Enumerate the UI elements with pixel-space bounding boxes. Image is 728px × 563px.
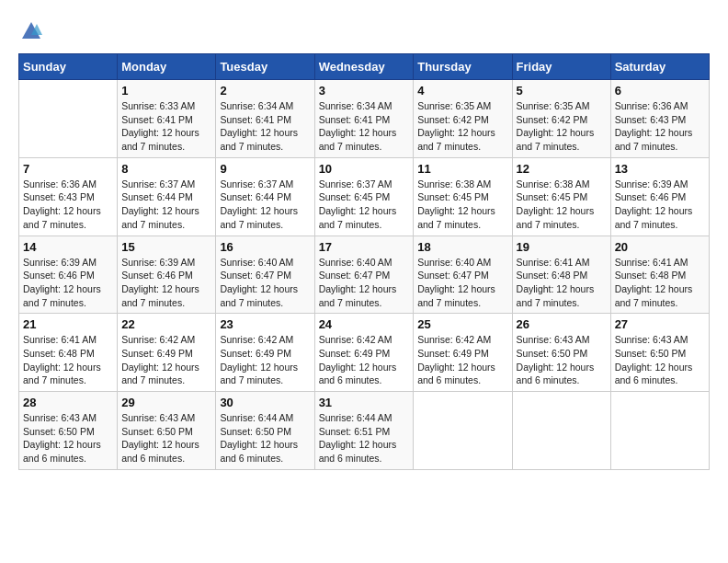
day-number: 1 — [121, 84, 211, 98]
day-info: Sunrise: 6:36 AM Sunset: 6:43 PM Dayligh… — [23, 178, 113, 232]
day-number: 31 — [319, 396, 410, 409]
day-number: 29 — [121, 396, 211, 409]
day-cell: 9Sunrise: 6:37 AM Sunset: 6:44 PM Daylig… — [216, 157, 314, 236]
day-cell: 24Sunrise: 6:42 AM Sunset: 6:49 PM Dayli… — [314, 314, 414, 392]
day-cell: 8Sunrise: 6:37 AM Sunset: 6:44 PM Daylig… — [118, 157, 216, 236]
column-header-friday: Friday — [512, 54, 610, 80]
header-row: SundayMondayTuesdayWednesdayThursdayFrid… — [19, 54, 710, 80]
day-number: 2 — [220, 84, 310, 98]
day-number: 16 — [220, 240, 310, 254]
day-number: 7 — [23, 162, 113, 176]
day-cell: 30Sunrise: 6:44 AM Sunset: 6:50 PM Dayli… — [216, 392, 314, 470]
day-cell: 23Sunrise: 6:42 AM Sunset: 6:49 PM Dayli… — [216, 314, 314, 392]
calendar-table: SundayMondayTuesdayWednesdayThursdayFrid… — [18, 53, 710, 470]
column-header-monday: Monday — [118, 54, 216, 80]
day-cell: 12Sunrise: 6:38 AM Sunset: 6:45 PM Dayli… — [512, 157, 610, 236]
day-info: Sunrise: 6:38 AM Sunset: 6:45 PM Dayligh… — [517, 178, 607, 232]
day-cell: 29Sunrise: 6:43 AM Sunset: 6:50 PM Dayli… — [118, 392, 216, 470]
day-cell: 18Sunrise: 6:40 AM Sunset: 6:47 PM Dayli… — [414, 236, 512, 314]
day-number: 6 — [615, 84, 705, 98]
day-number: 26 — [517, 317, 607, 331]
day-info: Sunrise: 6:40 AM Sunset: 6:47 PM Dayligh… — [319, 256, 410, 310]
day-info: Sunrise: 6:39 AM Sunset: 6:46 PM Dayligh… — [121, 256, 211, 310]
day-number: 23 — [220, 317, 310, 331]
day-number: 11 — [417, 162, 507, 176]
day-number: 18 — [417, 240, 507, 254]
day-cell: 2Sunrise: 6:34 AM Sunset: 6:41 PM Daylig… — [216, 80, 314, 158]
day-info: Sunrise: 6:42 AM Sunset: 6:49 PM Dayligh… — [417, 333, 507, 387]
week-row-5: 28Sunrise: 6:43 AM Sunset: 6:50 PM Dayli… — [19, 392, 710, 470]
day-cell — [512, 392, 610, 470]
day-info: Sunrise: 6:42 AM Sunset: 6:49 PM Dayligh… — [319, 333, 410, 387]
day-cell — [414, 392, 512, 470]
day-number: 12 — [517, 162, 607, 176]
day-number: 21 — [23, 317, 113, 331]
day-cell: 5Sunrise: 6:35 AM Sunset: 6:42 PM Daylig… — [512, 80, 610, 158]
day-info: Sunrise: 6:35 AM Sunset: 6:42 PM Dayligh… — [417, 99, 507, 154]
day-cell — [19, 80, 118, 158]
day-cell: 16Sunrise: 6:40 AM Sunset: 6:47 PM Dayli… — [216, 236, 314, 314]
column-header-wednesday: Wednesday — [314, 54, 414, 80]
day-number: 22 — [121, 317, 211, 331]
day-cell: 7Sunrise: 6:36 AM Sunset: 6:43 PM Daylig… — [19, 157, 118, 236]
day-number: 28 — [23, 396, 113, 409]
day-cell: 11Sunrise: 6:38 AM Sunset: 6:45 PM Dayli… — [414, 157, 512, 236]
day-info: Sunrise: 6:41 AM Sunset: 6:48 PM Dayligh… — [517, 256, 607, 310]
column-header-tuesday: Tuesday — [216, 54, 314, 80]
week-row-1: 1Sunrise: 6:33 AM Sunset: 6:41 PM Daylig… — [19, 80, 710, 158]
day-info: Sunrise: 6:41 AM Sunset: 6:48 PM Dayligh… — [23, 333, 113, 387]
day-info: Sunrise: 6:40 AM Sunset: 6:47 PM Dayligh… — [417, 256, 507, 310]
day-cell: 4Sunrise: 6:35 AM Sunset: 6:42 PM Daylig… — [414, 80, 512, 158]
day-cell — [610, 392, 709, 470]
day-info: Sunrise: 6:35 AM Sunset: 6:42 PM Dayligh… — [517, 99, 607, 154]
day-info: Sunrise: 6:44 AM Sunset: 6:51 PM Dayligh… — [319, 411, 410, 465]
day-cell: 20Sunrise: 6:41 AM Sunset: 6:48 PM Dayli… — [610, 236, 709, 314]
day-cell: 14Sunrise: 6:39 AM Sunset: 6:46 PM Dayli… — [19, 236, 118, 314]
page-header — [18, 18, 710, 44]
day-number: 5 — [517, 84, 607, 98]
day-number: 20 — [615, 240, 705, 254]
day-info: Sunrise: 6:41 AM Sunset: 6:48 PM Dayligh… — [615, 256, 705, 310]
column-header-sunday: Sunday — [19, 54, 118, 80]
day-info: Sunrise: 6:43 AM Sunset: 6:50 PM Dayligh… — [517, 333, 607, 387]
day-cell: 26Sunrise: 6:43 AM Sunset: 6:50 PM Dayli… — [512, 314, 610, 392]
day-number: 25 — [417, 317, 507, 331]
day-cell: 17Sunrise: 6:40 AM Sunset: 6:47 PM Dayli… — [314, 236, 414, 314]
day-number: 14 — [23, 240, 113, 254]
day-info: Sunrise: 6:43 AM Sunset: 6:50 PM Dayligh… — [23, 411, 113, 465]
week-row-4: 21Sunrise: 6:41 AM Sunset: 6:48 PM Dayli… — [19, 314, 710, 392]
day-number: 3 — [319, 84, 410, 98]
day-cell: 3Sunrise: 6:34 AM Sunset: 6:41 PM Daylig… — [314, 80, 414, 158]
day-cell: 10Sunrise: 6:37 AM Sunset: 6:45 PM Dayli… — [314, 157, 414, 236]
column-header-saturday: Saturday — [610, 54, 709, 80]
day-info: Sunrise: 6:39 AM Sunset: 6:46 PM Dayligh… — [615, 178, 705, 232]
day-number: 30 — [220, 396, 310, 409]
day-number: 4 — [417, 84, 507, 98]
day-cell: 31Sunrise: 6:44 AM Sunset: 6:51 PM Dayli… — [314, 392, 414, 470]
day-cell: 22Sunrise: 6:42 AM Sunset: 6:49 PM Dayli… — [118, 314, 216, 392]
day-number: 15 — [121, 240, 211, 254]
week-row-2: 7Sunrise: 6:36 AM Sunset: 6:43 PM Daylig… — [19, 157, 710, 236]
day-number: 8 — [121, 162, 211, 176]
day-cell: 13Sunrise: 6:39 AM Sunset: 6:46 PM Dayli… — [610, 157, 709, 236]
logo — [18, 18, 48, 44]
day-number: 9 — [220, 162, 310, 176]
day-number: 17 — [319, 240, 410, 254]
day-info: Sunrise: 6:42 AM Sunset: 6:49 PM Dayligh… — [220, 333, 310, 387]
logo-icon — [18, 18, 44, 44]
day-number: 24 — [319, 317, 410, 331]
day-info: Sunrise: 6:34 AM Sunset: 6:41 PM Dayligh… — [319, 99, 410, 154]
day-info: Sunrise: 6:38 AM Sunset: 6:45 PM Dayligh… — [417, 178, 507, 232]
day-info: Sunrise: 6:39 AM Sunset: 6:46 PM Dayligh… — [23, 256, 113, 310]
day-cell: 6Sunrise: 6:36 AM Sunset: 6:43 PM Daylig… — [610, 80, 709, 158]
day-info: Sunrise: 6:40 AM Sunset: 6:47 PM Dayligh… — [220, 256, 310, 310]
day-number: 13 — [615, 162, 705, 176]
day-cell: 19Sunrise: 6:41 AM Sunset: 6:48 PM Dayli… — [512, 236, 610, 314]
day-cell: 1Sunrise: 6:33 AM Sunset: 6:41 PM Daylig… — [118, 80, 216, 158]
day-info: Sunrise: 6:36 AM Sunset: 6:43 PM Dayligh… — [615, 99, 705, 154]
day-cell: 28Sunrise: 6:43 AM Sunset: 6:50 PM Dayli… — [19, 392, 118, 470]
day-info: Sunrise: 6:34 AM Sunset: 6:41 PM Dayligh… — [220, 99, 310, 154]
week-row-3: 14Sunrise: 6:39 AM Sunset: 6:46 PM Dayli… — [19, 236, 710, 314]
day-number: 10 — [319, 162, 410, 176]
day-cell: 27Sunrise: 6:43 AM Sunset: 6:50 PM Dayli… — [610, 314, 709, 392]
